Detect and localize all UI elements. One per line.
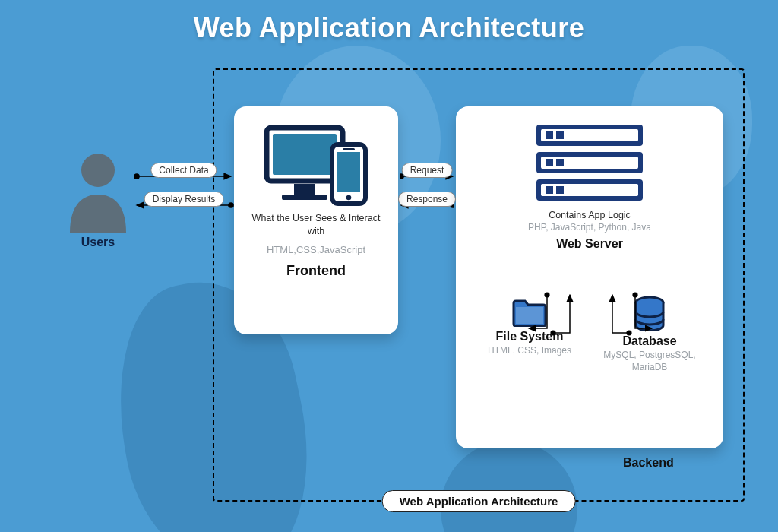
svg-rect-21 (556, 131, 564, 139)
svg-point-0 (81, 154, 115, 187)
svg-rect-13 (343, 148, 355, 150)
arrow-label-display-results: Display Results (144, 192, 224, 207)
users-label: Users (65, 236, 131, 249)
svg-rect-25 (556, 186, 564, 194)
arrow-label-response: Response (398, 192, 456, 207)
svg-rect-8 (294, 184, 315, 195)
arrow-label-request: Request (402, 163, 453, 178)
svg-rect-24 (546, 186, 553, 194)
arrow-label-collect-data: Collect Data (150, 163, 217, 178)
backend-caption: Contains App Logic (470, 210, 710, 220)
arrows-frontend-backend: Request Response (400, 164, 454, 217)
users-node: Users (65, 149, 131, 249)
svg-rect-22 (546, 159, 553, 166)
devices-icon (259, 198, 373, 211)
backend-label: Backend (623, 456, 674, 470)
svg-point-12 (346, 195, 352, 201)
page-title: Web Application Architecture (0, 12, 778, 44)
svg-rect-23 (556, 159, 564, 166)
svg-rect-11 (337, 152, 360, 192)
arrows-users-frontend: Collect Data Display Results (134, 164, 234, 217)
frontend-title: Frontend (245, 263, 387, 279)
svg-rect-19 (541, 184, 638, 196)
frame-label: Web Application Architecture (382, 490, 576, 512)
backend-tech: PHP, JavaScript, Python, Java (470, 222, 710, 233)
svg-rect-17 (541, 129, 638, 141)
frontend-caption: What the User Sees & Interact with (245, 212, 387, 238)
svg-rect-9 (282, 195, 327, 200)
server-icon (470, 122, 710, 205)
frontend-tech: HTML,CSS,JavaScript (245, 244, 387, 255)
user-icon (65, 222, 131, 235)
svg-rect-18 (541, 157, 638, 169)
backend-card: Contains App Logic PHP, JavaScript, Pyth… (456, 106, 723, 448)
svg-rect-20 (546, 131, 553, 139)
svg-rect-7 (273, 134, 337, 175)
web-server-title: Web Server (470, 237, 710, 251)
frontend-card: What the User Sees & Interact with HTML,… (234, 106, 398, 334)
